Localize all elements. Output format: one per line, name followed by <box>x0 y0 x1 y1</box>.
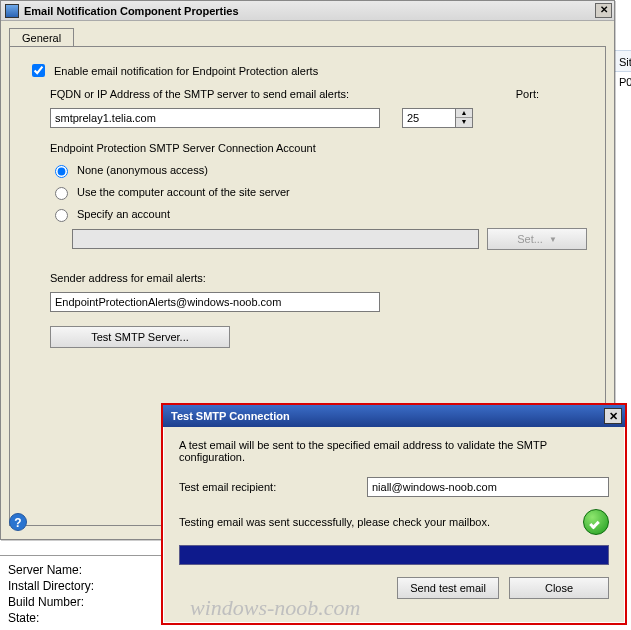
tab-general[interactable]: General <box>9 28 74 47</box>
background-grid: Site Code P01 <box>615 50 631 130</box>
test-smtp-button[interactable]: Test SMTP Server... <box>50 326 230 348</box>
fqdn-input[interactable] <box>50 108 380 128</box>
grid-cell-sitecode[interactable]: P01 <box>615 72 631 92</box>
radio-computer-label: Use the computer account of the site ser… <box>77 186 290 198</box>
test-dialog-title: Test SMTP Connection <box>171 410 604 422</box>
chevron-down-icon: ▼ <box>549 235 557 244</box>
chevron-up-icon[interactable]: ▲ <box>456 109 472 118</box>
recipient-input[interactable] <box>367 477 609 497</box>
port-input[interactable] <box>402 108 456 128</box>
test-smtp-dialog: Test SMTP Connection ✕ A test email will… <box>161 403 627 625</box>
fqdn-label: FQDN or IP Address of the SMTP server to… <box>50 88 349 100</box>
set-button-label: Set... <box>517 233 543 245</box>
account-input <box>72 229 479 249</box>
recipient-label: Test email recipient: <box>179 481 359 493</box>
enable-email-checkbox[interactable] <box>32 64 45 77</box>
radio-computer-account[interactable] <box>55 187 68 200</box>
radio-specify-account[interactable] <box>55 209 68 222</box>
titlebar: Email Notification Component Properties … <box>1 1 614 21</box>
connection-account-heading: Endpoint Protection SMTP Server Connecti… <box>50 142 316 154</box>
port-label: Port: <box>516 88 539 100</box>
tabstrip: General <box>9 27 606 46</box>
port-spinner[interactable]: ▲ ▼ <box>456 108 473 128</box>
window-title: Email Notification Component Properties <box>24 5 595 17</box>
close-icon[interactable]: ✕ <box>595 3 612 18</box>
close-button[interactable]: Close <box>509 577 609 599</box>
sender-label: Sender address for email alerts: <box>50 272 206 284</box>
progress-bar <box>179 545 609 565</box>
test-dialog-titlebar: Test SMTP Connection ✕ <box>163 405 625 427</box>
sender-input[interactable] <box>50 292 380 312</box>
status-text: Testing email was sent successfully, ple… <box>179 516 490 528</box>
close-icon[interactable]: ✕ <box>604 408 622 424</box>
send-test-email-button[interactable]: Send test email <box>397 577 499 599</box>
grid-header-sitecode[interactable]: Site Code <box>615 50 631 72</box>
help-icon[interactable]: ? <box>9 513 27 531</box>
radio-none-label: None (anonymous access) <box>77 164 208 176</box>
app-icon <box>5 4 19 18</box>
enable-email-label: Enable email notification for Endpoint P… <box>54 65 318 77</box>
set-account-button: Set... ▼ <box>487 228 587 250</box>
radio-none[interactable] <box>55 165 68 178</box>
radio-specify-label: Specify an account <box>77 208 170 220</box>
chevron-down-icon[interactable]: ▼ <box>456 118 472 127</box>
test-dialog-message: A test email will be sent to the specifi… <box>179 439 609 463</box>
success-icon <box>583 509 609 535</box>
